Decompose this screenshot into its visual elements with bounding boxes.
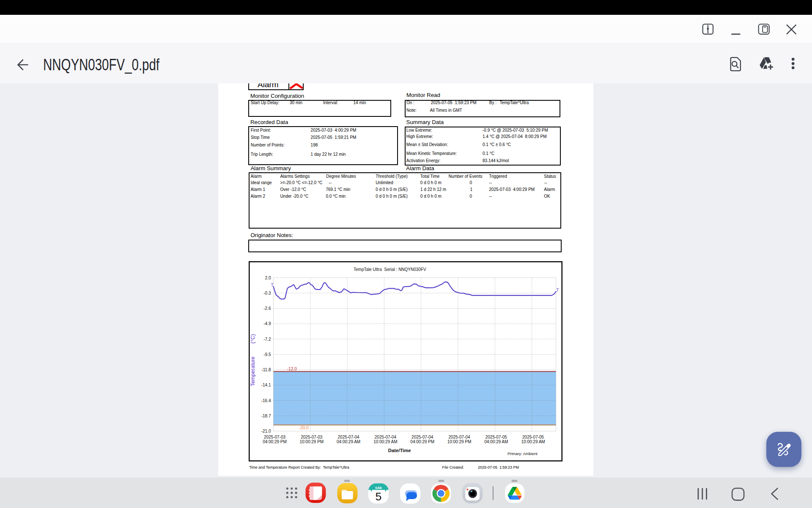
svg-text:-2.6: -2.6 [263,306,271,311]
svg-text:2.0: 2.0 [265,276,271,280]
svg-text:10:00:29 AM: 10:00:29 AM [521,439,545,444]
svg-text:T: T [271,283,273,287]
svg-text:Temperature: Temperature [250,356,255,386]
svg-text:5: 5 [376,490,382,503]
svg-text:SÁB: SÁB [375,486,382,490]
svg-text:2025-07-04: 2025-07-04 [448,435,470,439]
svg-text:-4.9: -4.9 [263,321,271,326]
svg-text:2025-07-03: 2025-07-03 [301,435,323,439]
svg-text:2025-07-04: 2025-07-04 [411,435,433,439]
svg-text:04:00:29 PM: 04:00:29 PM [263,439,287,444]
svg-text:-9.5: -9.5 [263,352,271,357]
svg-text:Primary: Ambient: Primary: Ambient [507,452,537,456]
svg-text:-14.1: -14.1 [261,383,271,387]
svg-text:04:00:29 AM: 04:00:29 AM [484,439,508,444]
svg-text:(°C): (°C) [250,334,255,343]
svg-text:-12.0: -12.0 [287,367,297,371]
svg-text:TempTale Ultra Serial : NNQYN: TempTale Ultra Serial : NNQYN030FV [354,267,426,272]
svg-text:Date/Time: Date/Time [388,448,411,453]
svg-text:2025-07-05: 2025-07-05 [485,435,507,439]
svg-text:2025-07-04: 2025-07-04 [374,435,396,439]
svg-text:T: T [556,288,559,293]
svg-text:2025-07-05: 2025-07-05 [522,435,544,439]
svg-text:-20.0: -20.0 [299,425,309,430]
svg-text:-21.0: -21.0 [261,429,271,433]
svg-text:-18.7: -18.7 [261,414,271,418]
svg-text:04:00:29 PM: 04:00:29 PM [410,439,434,444]
svg-text:10:00:29 PM: 10:00:29 PM [447,439,471,444]
svg-text:10:00:29 PM: 10:00:29 PM [299,439,324,444]
svg-text:04:00:29 AM: 04:00:29 AM [337,439,360,444]
svg-text:-0.3: -0.3 [263,291,271,295]
svg-text:10:00:29 AM: 10:00:29 AM [373,439,397,444]
svg-text:2025-07-04: 2025-07-04 [337,435,359,439]
svg-text:-11.8: -11.8 [261,367,271,372]
svg-text:-7.2: -7.2 [263,337,271,342]
svg-text:-16.4: -16.4 [261,398,271,403]
svg-text:2025-07-03: 2025-07-03 [263,435,285,439]
